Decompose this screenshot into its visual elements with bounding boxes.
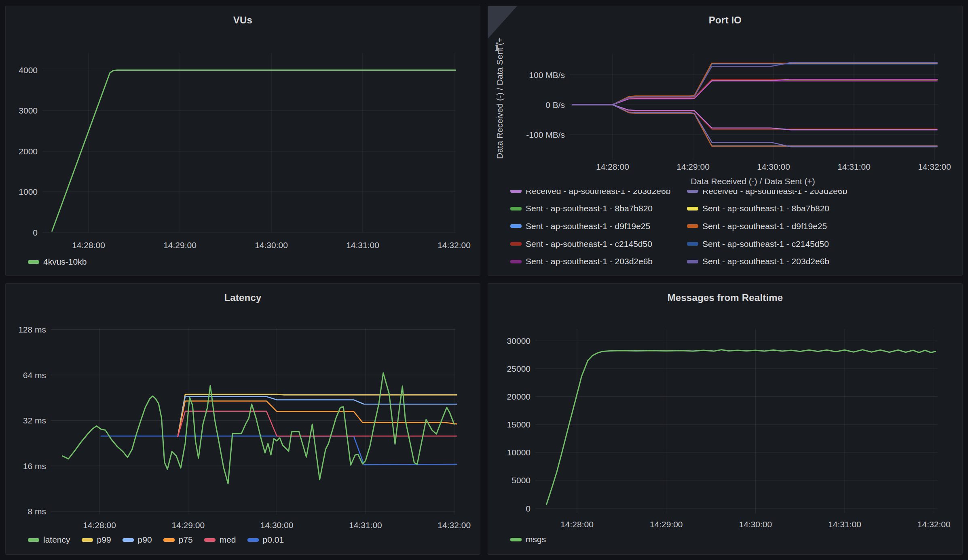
legend-item[interactable]: Sent - ap-southeast-1 - d9f19e25	[687, 221, 957, 231]
legend-item[interactable]: 4kvus-10kb	[28, 257, 87, 267]
y-tick-label: 25000	[507, 364, 530, 373]
legend-label: Sent - ap-southeast-1 - d9f19e25	[702, 221, 827, 231]
legend-item[interactable]: msgs	[510, 535, 546, 544]
legend-item[interactable]: Sent - ap-southeast-1 - c2145d50	[687, 239, 957, 249]
legend-label: p99	[97, 535, 111, 545]
info-icon: i	[495, 41, 499, 53]
x-tick-label: 14:31:00	[828, 520, 861, 529]
legend-label: Sent - ap-southeast-1 - c2145d50	[702, 239, 829, 249]
series-line-msgs	[547, 350, 936, 505]
panel-info-corner[interactable]: i	[488, 6, 517, 38]
y-tick-label: 16 ms	[23, 461, 46, 471]
vus-chart[interactable]: 0100020003000400014:28:0014:29:0014:30:0…	[6, 6, 480, 275]
y-tick-label: 20000	[507, 392, 530, 401]
legend-swatch	[82, 538, 93, 542]
panel-port-io: i Port IO 100 MB/s0 B/s-100 MB/s14:28:00…	[488, 6, 963, 276]
x-tick-label: 14:32:00	[917, 520, 951, 529]
y-tick-label: 0	[33, 228, 38, 237]
series-line-med	[178, 411, 457, 437]
x-tick-label: 14:30:00	[757, 162, 790, 171]
y-tick-label: 15000	[507, 420, 530, 429]
panel-title-port-io[interactable]: Port IO	[488, 15, 962, 26]
messages-chart[interactable]: 05000100001500020000250003000014:28:0014…	[488, 284, 962, 554]
legend-label: Sent - ap-southeast-1 - c2145d50	[526, 239, 652, 249]
series-line-p0.01	[101, 436, 457, 465]
legend-label: Received - ap-southeast-1 - 203d2e6b	[702, 190, 847, 196]
grafana-dashboard: VUs 0100020003000400014:28:0014:29:0014:…	[0, 0, 968, 560]
legend-item[interactable]: Sent - ap-southeast-1 - c2145d50	[510, 239, 687, 249]
legend-item[interactable]: Sent - ap-southeast-1 - 8ba7b820	[687, 204, 957, 213]
y-tick-label: 64 ms	[23, 371, 46, 380]
series-line-Sent - ap-southeast-1 - 8ba7b820	[573, 80, 937, 105]
legend-item[interactable]: Sent - ap-southeast-1 - d9f19e25	[510, 221, 687, 231]
panel-messages: Messages from Realtime 05000100001500020…	[488, 283, 963, 555]
y-tick-label: 8 ms	[27, 507, 46, 516]
series-line-p90	[178, 397, 457, 437]
legend-swatch	[123, 538, 134, 542]
panel-title-latency[interactable]: Latency	[6, 292, 480, 303]
panel-latency: Latency 8 ms16 ms32 ms64 ms128 ms14:28:0…	[5, 283, 480, 555]
y-tick-label: 2000	[19, 147, 38, 156]
legend-item[interactable]: Received - ap-southeast-1 - 203d2e6b	[687, 190, 957, 196]
x-tick-label: 14:32:00	[438, 240, 471, 250]
x-tick-label: 14:28:00	[72, 240, 105, 250]
latency-chart[interactable]: 8 ms16 ms32 ms64 ms128 ms14:28:0014:29:0…	[6, 284, 480, 554]
legend-item[interactable]: Sent - ap-southeast-1 - 203d2e6b	[510, 257, 687, 266]
legend-swatch	[28, 260, 39, 264]
x-tick-label: 14:30:00	[260, 520, 294, 530]
legend-swatch	[510, 207, 522, 211]
series-line-#b760c9	[573, 79, 937, 105]
y-tick-label: 5000	[511, 476, 530, 485]
legend-label: Sent - ap-southeast-1 - d9f19e25	[526, 221, 650, 231]
legend-swatch	[687, 224, 698, 228]
legend-item[interactable]: p90	[123, 535, 152, 545]
legend-swatch	[510, 260, 522, 263]
legend-item[interactable]: p75	[163, 535, 193, 545]
legend-label: p0.01	[263, 535, 284, 545]
series-line-Received - ap-southeast-1 - 203d2e6b	[573, 105, 937, 147]
series-line-Sent - ap-southeast-1 - 8ba7b820	[573, 80, 937, 105]
latency-legend: latencyp99p90p75medp0.01	[28, 535, 284, 545]
y-tick-label: 32 ms	[23, 416, 46, 425]
y-tick-label: 0 B/s	[545, 100, 565, 109]
x-tick-label: 14:29:00	[650, 520, 683, 529]
legend-item[interactable]: Received - ap-southeast-1 - 203d2e6b	[510, 190, 687, 196]
x-tick-label: 14:31:00	[346, 240, 379, 250]
port-io-legend: Received - ap-southeast-1 - 203d2e6bRece…	[510, 190, 957, 270]
x-tick-label: 14:29:00	[171, 520, 205, 530]
y-tick-label: 128 ms	[18, 325, 46, 334]
legend-item[interactable]: Sent - ap-southeast-1 - 8ba7b820	[510, 204, 687, 213]
series-line-Sent - ap-southeast-1 - 203d2e6b	[573, 63, 937, 105]
legend-swatch	[28, 538, 39, 542]
legend-swatch	[687, 260, 698, 263]
legend-item[interactable]: Sent - ap-southeast-1 - 203d2e6b	[687, 257, 957, 266]
port-io-legend-viewport[interactable]: Received - ap-southeast-1 - 203d2e6bRece…	[510, 190, 957, 271]
legend-item[interactable]: p0.01	[247, 535, 284, 545]
legend-item[interactable]: med	[204, 535, 236, 545]
y-tick-label: 0	[526, 504, 530, 513]
series-line-4kvus-10kb	[52, 70, 456, 232]
legend-swatch	[204, 538, 216, 542]
legend-label: med	[220, 535, 236, 545]
panel-title-messages[interactable]: Messages from Realtime	[488, 292, 962, 303]
legend-swatch	[163, 538, 175, 542]
x-tick-label: 14:28:00	[596, 162, 629, 171]
y-tick-label: 30000	[507, 336, 530, 345]
y-tick-label: 10000	[507, 448, 530, 457]
series-line-Sent - ap-southeast-1 - 203d2e6b	[573, 81, 937, 105]
panel-title-vus[interactable]: VUs	[6, 15, 480, 26]
y-tick-label: -100 MB/s	[526, 130, 565, 139]
series-line-#5794f2	[573, 105, 937, 146]
messages-legend: msgs	[510, 535, 546, 544]
legend-label: p75	[179, 535, 193, 545]
legend-label: Sent - ap-southeast-1 - 8ba7b820	[702, 204, 829, 213]
vus-legend: 4kvus-10kb	[28, 257, 87, 267]
legend-label: Sent - ap-southeast-1 - 8ba7b820	[526, 204, 653, 213]
x-tick-label: 14:28:00	[560, 520, 594, 529]
legend-item[interactable]: latency	[28, 535, 70, 545]
x-tick-label: 14:28:00	[83, 520, 116, 530]
x-tick-label: 14:30:00	[255, 240, 288, 250]
series-line-Received - ap-southeast-1 - 203d2e6b	[573, 105, 937, 130]
legend-item[interactable]: p99	[82, 535, 111, 545]
x-tick-label: 14:30:00	[739, 520, 772, 529]
